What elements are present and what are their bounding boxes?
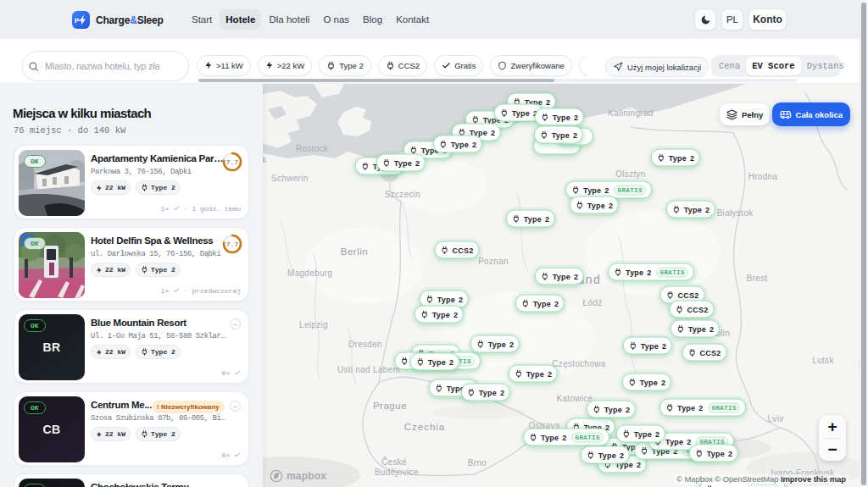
svg-text:Budějovice: Budějovice — [375, 468, 419, 477]
svg-text:České: České — [381, 457, 407, 467]
svg-text:Katowice: Katowice — [557, 394, 593, 403]
svg-text:Szczecin: Szczecin — [385, 190, 420, 199]
svg-text:Rostock: Rostock — [296, 144, 329, 153]
svg-text:Brno: Brno — [468, 458, 487, 468]
svg-text:Białystok: Białystok — [717, 208, 754, 218]
svg-text:Berlin: Berlin — [341, 246, 368, 257]
svg-text:Hrodna: Hrodna — [748, 172, 778, 181]
svg-text:Poznan: Poznan — [478, 257, 509, 266]
svg-text:Leipzig: Leipzig — [299, 320, 328, 329]
svg-text:Kaliningrad: Kaliningrad — [608, 108, 653, 118]
svg-text:Częstochowa: Częstochowa — [552, 359, 605, 368]
svg-text:Prague: Prague — [373, 401, 407, 411]
svg-text:Łódź: Łódź — [583, 298, 603, 307]
svg-text:ck: ck — [263, 155, 267, 164]
svg-text:Lutsk: Lutsk — [812, 356, 834, 365]
svg-text:Czechia: Czechia — [404, 422, 446, 432]
svg-text:Brest: Brest — [747, 274, 768, 283]
svg-text:Lviv: Lviv — [768, 414, 784, 423]
svg-text:Magdeburg: Magdeburg — [287, 268, 332, 278]
svg-text:Olsztyn: Olsztyn — [615, 169, 645, 179]
svg-text:Dresden: Dresden — [348, 340, 382, 349]
svg-text:Schwerin: Schwerin — [271, 174, 309, 183]
svg-text:Usti nad Labem: Usti nad Labem — [337, 365, 400, 374]
